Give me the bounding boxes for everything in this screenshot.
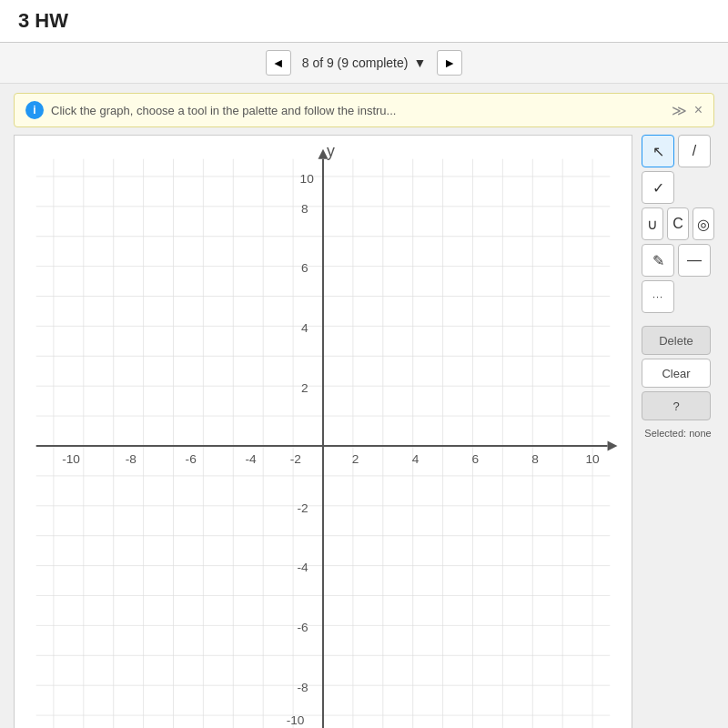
svg-text:8: 8	[301, 202, 308, 216]
tool-row-4: ···	[642, 280, 714, 313]
parabola-tool[interactable]: ∪	[642, 207, 663, 240]
tool-row-1b: ✓	[642, 171, 714, 204]
info-banner: i Click the graph, choose a tool in the …	[14, 93, 714, 127]
svg-text:-8: -8	[297, 681, 308, 694]
close-button[interactable]: ×	[694, 102, 703, 118]
nav-status-text: 8 of 9 (9 complete)	[302, 56, 409, 70]
svg-text:6: 6	[301, 261, 308, 275]
title-text: 3 HW	[18, 9, 68, 32]
arrow-tool[interactable]: ↖	[642, 135, 674, 167]
clear-button[interactable]: Clear	[642, 359, 711, 388]
graph-container[interactable]: x y -10 -8 -6 -4 -2 2 4 6 8 10 10 8 6 4 …	[14, 135, 632, 728]
tool-row-2: ∪ C ◎	[642, 207, 714, 240]
y-axis-label: y	[327, 145, 335, 160]
solid-line-tool[interactable]: —	[678, 244, 711, 277]
info-banner-controls: ≫ ×	[672, 102, 703, 119]
svg-text:4: 4	[412, 452, 420, 466]
svg-text:10: 10	[300, 172, 315, 186]
svg-text:-4: -4	[297, 561, 308, 574]
svg-text:-2: -2	[290, 452, 301, 466]
svg-text:-10: -10	[287, 713, 305, 727]
line-tool[interactable]: /	[678, 135, 711, 167]
page-title: 3 HW	[0, 0, 728, 43]
svg-text:8: 8	[531, 452, 539, 466]
tool-row-3: ✎ —	[642, 244, 714, 277]
tool-row-1: ↖ /	[642, 135, 714, 167]
curve-tool[interactable]: C	[667, 207, 689, 240]
svg-text:2: 2	[301, 381, 308, 395]
collapse-button[interactable]: ≫	[672, 102, 687, 119]
checkmark-tool[interactable]: ✓	[642, 171, 674, 204]
prev-button[interactable]: ◄	[266, 50, 291, 76]
delete-button[interactable]: Delete	[642, 326, 711, 355]
info-banner-left: i Click the graph, choose a tool in the …	[25, 101, 396, 119]
svg-text:-6: -6	[297, 621, 308, 634]
svg-text:10: 10	[585, 452, 600, 466]
next-button[interactable]: ►	[437, 50, 462, 76]
svg-text:2: 2	[352, 452, 359, 466]
svg-text:-10: -10	[62, 452, 80, 466]
svg-text:-6: -6	[186, 452, 197, 466]
svg-text:-2: -2	[297, 501, 308, 515]
main-content: i Click the graph, choose a tool in the …	[0, 84, 728, 728]
svg-text:-4: -4	[245, 452, 257, 466]
toolbar: ↖ / ✓ ∪ C ◎ ✎ — ··· Delete	[642, 135, 714, 728]
svg-text:4: 4	[301, 321, 308, 335]
nav-status[interactable]: 8 of 9 (9 complete) ▼	[302, 56, 427, 70]
svg-text:6: 6	[471, 452, 479, 466]
circle-tool[interactable]: ◎	[693, 207, 714, 240]
coordinate-graph[interactable]: x y -10 -8 -6 -4 -2 2 4 6 8 10 10 8 6 4 …	[24, 145, 622, 728]
nav-dropdown-icon: ▼	[413, 56, 426, 70]
info-banner-text: Click the graph, choose a tool in the pa…	[51, 104, 396, 117]
eraser-tool[interactable]: ✎	[642, 244, 674, 277]
svg-text:-8: -8	[126, 452, 137, 466]
selected-label: Selected: none	[642, 428, 714, 439]
dashed-line-tool[interactable]: ···	[642, 280, 674, 313]
graph-area: x y -10 -8 -6 -4 -2 2 4 6 8 10 10 8 6 4 …	[14, 135, 714, 728]
nav-bar: ◄ 8 of 9 (9 complete) ▼ ►	[0, 43, 728, 84]
help-button[interactable]: ?	[642, 391, 711, 420]
info-icon: i	[25, 101, 44, 119]
svg-marker-40	[608, 441, 618, 451]
